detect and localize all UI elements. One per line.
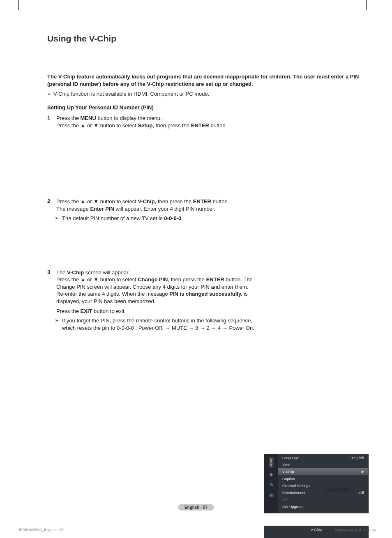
menu-row-pip: PIP [278,496,368,503]
menu-row-caption: Caption [278,475,368,482]
footer-timestamp: 2008-04-22 오후 7:38:39 [335,528,376,533]
step-body: Press the ▲ or ▼ button to select V-Chip… [56,198,262,225]
step-body: The V-Chip screen will appear. Press the… [56,269,262,334]
step-2: 2 Press the ▲ or ▼ button to select V-Ch… [47,198,367,225]
step-3-subnote: If you forget the PIN, press the remote-… [56,317,258,331]
menu-row-swupgrade: SW Upgrade [278,503,368,510]
chevron-right-icon: ▶ [362,470,364,474]
menu-row-vchip-selected: V-Chip▶ [278,468,368,475]
intro-paragraph: The V-Chip feature automatically locks o… [47,73,367,87]
step-2-subnote: The default PIN number of a new TV set i… [56,215,258,222]
osd-side-tabs: Setup ⚙ 🔌 📺 [264,454,278,513]
steps-list: 1 Press the MENU button to display the m… [47,115,367,334]
menu-row-time: Time [278,461,368,468]
osd2-label: Enter PIN [264,533,368,538]
step-body: Press the MENU button to display the men… [56,115,262,131]
section-subheading: Setting Up Your Personal ID Number (PIN) [47,104,367,110]
gear-icon: ⚙ [268,472,274,478]
crop-mark-top-right [362,0,367,10]
footer-filename: BP68-00658A_Eng.indb 57 [19,528,64,533]
step-3: 3 The V-Chip screen will appear. Press t… [47,269,367,334]
page-number-pill: English - 57 [178,504,214,510]
crop-mark-top-left [18,0,23,10]
step-number: 2 [47,198,56,204]
osd-setup-menu: Setup ⚙ 🔌 📺 Language: English Time V-Chi… [264,454,369,513]
step-1: 1 Press the MENU button to display the m… [47,115,367,131]
page-title: Using the V-Chip [47,34,367,44]
step-number: 1 [47,115,56,121]
continued-label: Continued... [0,486,354,492]
setup-tab-label: Setup [269,457,274,467]
step-number: 3 [47,269,56,275]
top-note-text: V-Chip function is not available in HDMI… [53,91,209,97]
top-note: ➢V-Chip function is not available in HDM… [47,91,367,97]
print-footer: BP68-00658A_Eng.indb 57 2008-04-22 오후 7:… [19,528,376,533]
menu-row-language: Language: English [278,454,368,461]
